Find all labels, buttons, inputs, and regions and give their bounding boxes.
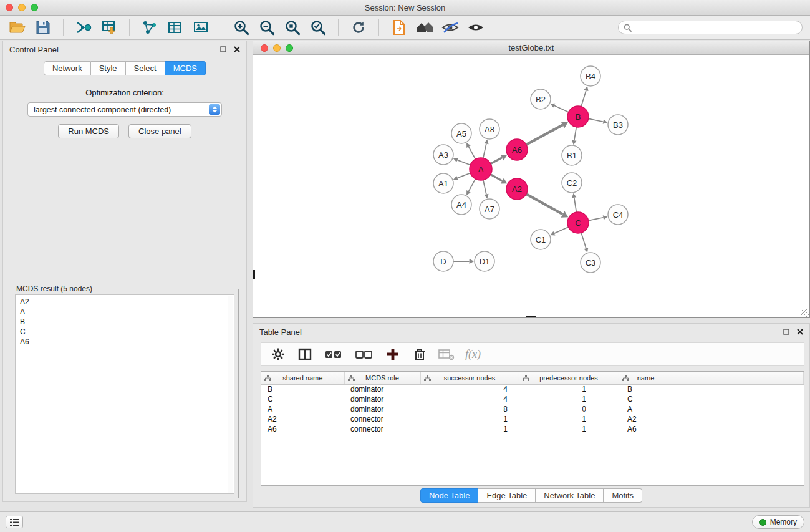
tab-select[interactable]: Select xyxy=(126,61,165,75)
close-panel-button[interactable]: Close panel xyxy=(128,124,191,138)
zoom-out-button[interactable] xyxy=(257,17,277,37)
tab-mcds[interactable]: MCDS xyxy=(165,61,206,75)
table-row[interactable]: Adominator80A xyxy=(261,404,804,414)
table-row[interactable]: Cdominator41C xyxy=(261,394,804,404)
zoom-selected-button[interactable] xyxy=(308,17,328,37)
column-header-mcds-role[interactable]: MCDS role xyxy=(344,372,420,384)
network-canvas[interactable]: B4B2BB3A5A8A6A3AB1A1A2C2A4A7C4CC1C3DD1 xyxy=(253,55,809,317)
network-edge[interactable] xyxy=(468,147,475,159)
table-row[interactable]: Bdominator41B xyxy=(261,384,804,394)
hide-graphics-details-button[interactable] xyxy=(440,17,460,37)
network-canvas-svg[interactable]: B4B2BB3A5A8A6A3AB1A1A2C2A4A7C4CC1C3DD1 xyxy=(253,55,809,317)
mcds-result-item[interactable]: C xyxy=(20,327,229,337)
save-session-button[interactable] xyxy=(33,17,53,37)
network-edge[interactable] xyxy=(526,125,562,145)
network-edge[interactable] xyxy=(554,105,569,112)
network-node-A8[interactable]: A8 xyxy=(480,119,499,139)
network-close-button[interactable] xyxy=(261,44,268,52)
network-node-A3[interactable]: A3 xyxy=(433,145,453,165)
minimize-button[interactable] xyxy=(18,4,26,11)
maximize-button[interactable] xyxy=(31,4,38,11)
vertical-scroll-indicator[interactable] xyxy=(253,270,255,279)
network-node-C3[interactable]: C3 xyxy=(581,253,600,273)
network-edge[interactable] xyxy=(589,218,604,221)
mcds-result-item[interactable]: B xyxy=(20,317,229,327)
export-image-button[interactable] xyxy=(191,17,211,37)
network-edge[interactable] xyxy=(581,90,586,107)
network-node-B1[interactable]: B1 xyxy=(562,145,582,165)
table-settings-button[interactable] xyxy=(270,346,286,362)
network-node-mcds-A2[interactable]: A2 xyxy=(506,178,528,200)
tab-style[interactable]: Style xyxy=(91,61,126,75)
optimization-criterion-select[interactable]: largest connected component (directed) xyxy=(27,102,222,117)
network-edge[interactable] xyxy=(581,233,586,248)
network-edge[interactable] xyxy=(468,179,475,191)
network-node-B4[interactable]: B4 xyxy=(581,66,600,86)
close-table-panel-icon[interactable] xyxy=(797,329,803,335)
network-node-B2[interactable]: B2 xyxy=(531,89,551,109)
network-edge[interactable] xyxy=(526,194,563,214)
select-all-columns-button[interactable] xyxy=(324,346,344,362)
tab-network[interactable]: Network xyxy=(44,61,91,75)
memory-button[interactable]: Memory xyxy=(752,515,804,529)
network-edge[interactable] xyxy=(457,160,470,165)
network-minimize-button[interactable] xyxy=(273,44,281,52)
network-edge[interactable] xyxy=(574,198,577,212)
network-edge[interactable] xyxy=(574,127,576,140)
zoom-in-button[interactable] xyxy=(231,17,251,37)
network-edge[interactable] xyxy=(483,143,486,158)
column-header-predecessor-nodes[interactable]: predecessor nodes xyxy=(519,372,619,384)
close-button[interactable] xyxy=(6,4,13,11)
network-maximize-button[interactable] xyxy=(286,44,293,52)
float-table-panel-icon[interactable] xyxy=(783,329,789,335)
deselect-all-columns-button[interactable] xyxy=(354,346,374,362)
open-file-button[interactable] xyxy=(7,17,27,37)
table-row[interactable]: A2connector11A2 xyxy=(261,414,804,424)
tab-edge-table[interactable]: Edge Table xyxy=(478,488,536,503)
network-node-D[interactable]: D xyxy=(433,251,453,271)
network-edge[interactable] xyxy=(483,180,486,195)
network-node-mcds-A6[interactable]: A6 xyxy=(506,139,528,160)
show-columns-button[interactable] xyxy=(297,346,313,362)
network-node-C4[interactable]: C4 xyxy=(608,205,628,225)
network-edge[interactable] xyxy=(491,158,502,164)
table-row[interactable]: A6connector11A6 xyxy=(261,424,804,434)
run-mcds-button[interactable]: Run MCDS xyxy=(58,124,119,138)
delete-column-button[interactable] xyxy=(412,346,428,362)
search-field[interactable] xyxy=(618,21,803,34)
network-edge[interactable] xyxy=(491,175,503,181)
panel-menu-button[interactable] xyxy=(6,516,23,528)
tab-motifs[interactable]: Motifs xyxy=(604,488,642,503)
import-network-from-file-button[interactable] xyxy=(74,17,94,37)
float-panel-icon[interactable] xyxy=(220,46,226,52)
tab-node-table[interactable]: Node Table xyxy=(420,488,479,503)
network-node-A1[interactable]: A1 xyxy=(433,173,453,193)
add-column-button[interactable] xyxy=(385,346,401,362)
close-panel-icon[interactable] xyxy=(234,46,240,52)
network-node-mcds-B[interactable]: B xyxy=(567,106,589,127)
network-edge[interactable] xyxy=(554,227,569,233)
column-header-name[interactable]: name xyxy=(619,372,673,384)
import-table-from-file-button[interactable] xyxy=(99,17,119,37)
column-header-shared-name[interactable]: shared name xyxy=(261,372,344,384)
tab-network-table[interactable]: Network Table xyxy=(536,488,604,503)
network-node-A4[interactable]: A4 xyxy=(451,195,471,215)
network-node-D1[interactable]: D1 xyxy=(475,251,494,271)
show-graphics-details-button[interactable] xyxy=(466,17,486,37)
network-node-mcds-C[interactable]: C xyxy=(567,212,589,233)
network-edge[interactable] xyxy=(589,118,604,122)
horizontal-scroll-indicator[interactable] xyxy=(526,316,536,317)
network-node-C2[interactable]: C2 xyxy=(562,173,582,193)
column-header-successor-nodes[interactable]: successor nodes xyxy=(420,372,519,384)
resize-gripper[interactable] xyxy=(801,309,809,317)
network-node-C1[interactable]: C1 xyxy=(531,230,551,249)
search-input[interactable] xyxy=(635,23,797,32)
apply-layout-button[interactable] xyxy=(349,17,369,37)
open-document-button[interactable] xyxy=(389,17,409,37)
new-table-button[interactable] xyxy=(165,17,185,37)
network-node-B3[interactable]: B3 xyxy=(608,115,628,135)
network-node-mcds-A[interactable]: A xyxy=(470,158,492,180)
mcds-result-item[interactable]: A2 xyxy=(20,297,229,307)
result-list-scrollbar[interactable] xyxy=(228,296,233,493)
network-node-A7[interactable]: A7 xyxy=(480,199,499,219)
